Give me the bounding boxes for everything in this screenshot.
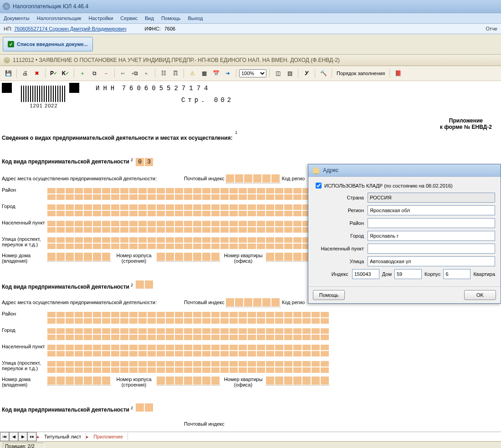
city-label: Город <box>2 204 47 216</box>
tab-nav: ⏮ ◀ ▶ ⏭ <box>0 432 37 441</box>
country-input <box>368 193 495 203</box>
street-field-label: Улица <box>314 259 368 264</box>
korpus-label: Номер корпуса (строения) <box>111 253 157 264</box>
footnote-2: 2 <box>131 158 133 162</box>
use-kladr-checkbox[interactable] <box>316 183 322 188</box>
doc-list-button[interactable]: ✓ Список введенных докуме... <box>3 37 93 51</box>
nav-next-icon[interactable]: ▶ <box>18 432 27 441</box>
region-label-2: Код регио <box>282 300 305 305</box>
np-label: НП: <box>4 26 12 31</box>
rayon-cells[interactable] <box>47 188 330 193</box>
tree-remove-icon[interactable]: ▫- <box>141 68 152 79</box>
appendix-label: Приложение к форме № ЕНВД-2 <box>440 117 492 130</box>
period-label: Отче <box>486 26 497 31</box>
validate-icon[interactable]: ⚠ <box>187 68 198 79</box>
postal-cells-2[interactable] <box>226 298 281 306</box>
k-check-icon[interactable]: K✓ <box>60 68 71 79</box>
check-icon: ✓ <box>8 41 14 47</box>
save-icon[interactable]: 💾 <box>3 68 14 79</box>
country-label: Страна <box>314 195 368 200</box>
fill-order-link[interactable]: Порядок заполнения <box>335 71 387 76</box>
struct2-icon[interactable]: ☶ <box>170 68 181 79</box>
hammer-icon[interactable]: 🔨 <box>318 68 329 79</box>
add-icon[interactable]: ＋ <box>77 68 88 79</box>
menu-service[interactable]: Сервис <box>120 15 138 21</box>
sheet-tabs: ⏮ ◀ ▶ ⏭ ▸ Титульный лист ▸ Приложение <box>0 432 501 441</box>
korpus-cells[interactable] <box>157 253 220 261</box>
postal-cells[interactable] <box>226 174 281 183</box>
footnote-1: 1 <box>235 130 237 135</box>
nav-last-icon[interactable]: ⏭ <box>27 432 36 441</box>
layout1-icon[interactable]: ◫ <box>272 68 283 79</box>
activity-code-cells-2[interactable] <box>136 280 154 289</box>
help-button[interactable]: Помощь <box>313 290 345 300</box>
activity-block-3: Код вида предпринимательской деятельност… <box>2 403 330 427</box>
print-icon[interactable]: 🖨 <box>20 68 31 79</box>
address-dialog: Адрес ИСПОЛЬЗОВАТЬ КЛАДР (по состоянию н… <box>308 164 501 304</box>
dialog-title: Адрес <box>323 167 338 173</box>
region-input[interactable] <box>368 205 495 215</box>
book-icon[interactable]: 📕 <box>393 68 404 79</box>
marker-tr <box>69 83 79 93</box>
barcode-bars <box>21 86 66 102</box>
menu-exit[interactable]: Выход <box>188 15 203 21</box>
menu-help[interactable]: Помощь <box>161 15 181 21</box>
p-check-icon[interactable]: P✓ <box>48 68 59 79</box>
copy-icon[interactable]: ⧉ <box>89 68 100 79</box>
index-field-label: Индекс <box>314 271 352 277</box>
footer: Позиция: 2/2 <box>0 441 501 448</box>
house-cells[interactable] <box>47 253 111 261</box>
region-label: Код регио <box>282 176 305 181</box>
zoom-select[interactable]: 100% <box>239 69 266 77</box>
calendar-icon[interactable]: 📅 <box>210 68 221 79</box>
settlement-input[interactable] <box>368 244 495 254</box>
struct1-icon[interactable]: ☷ <box>158 68 169 79</box>
tree-add-icon[interactable]: ▫+ <box>118 68 128 79</box>
menu-settings[interactable]: Настройки <box>88 15 113 21</box>
city-input[interactable] <box>368 231 495 241</box>
rayon-label: Район <box>2 187 47 200</box>
remove-icon[interactable]: － <box>101 68 112 79</box>
activity-code-label-2: Код вида предпринимательской деятельност… <box>2 284 129 290</box>
index-input[interactable] <box>352 269 379 279</box>
activity-code-cells[interactable]: 03 <box>136 158 154 166</box>
street-input[interactable] <box>368 256 495 266</box>
main-menu: Документы Налогоплательщик Настройки Сер… <box>0 13 501 24</box>
house-input[interactable] <box>394 269 422 279</box>
page-line: Стр. 002 <box>181 97 234 104</box>
menu-taxpayer[interactable]: Налогоплательщик <box>37 15 82 21</box>
export-icon[interactable]: ➜ <box>222 68 233 79</box>
delete-icon[interactable]: ✖ <box>31 68 42 79</box>
nav-first-icon[interactable]: ⏮ <box>0 432 9 441</box>
rayon-field-label: Район <box>314 220 368 226</box>
ok-button[interactable]: OK <box>464 290 496 300</box>
barcode: 1201 2022 <box>21 86 66 108</box>
city-cells[interactable] <box>47 204 330 210</box>
settlement-cells[interactable] <box>47 221 330 226</box>
postal-label-2: Почтовый индекс <box>184 300 225 305</box>
form-heading: Сведения о видах предпринимательской дея… <box>2 135 232 141</box>
grid-icon[interactable]: ▦ <box>199 68 210 79</box>
use-kladr-label: ИСПОЛЬЗОВАТЬ КЛАДР (по состоянию на 08.0… <box>324 183 453 188</box>
tab-appendix[interactable]: Приложение <box>89 433 128 440</box>
nav-prev-icon[interactable]: ◀ <box>9 432 18 441</box>
postal-label: Почтовый индекс <box>184 176 225 181</box>
tree-copy-icon[interactable]: ▫⧉ <box>129 68 140 79</box>
settlement-label: Населенный пункт <box>2 220 47 233</box>
rayon-input[interactable] <box>368 218 495 228</box>
address-label-2: Адрес места осуществления предпринимател… <box>2 300 184 305</box>
korpus-field-label: Корпус <box>424 271 440 277</box>
tab-title-page[interactable]: Титульный лист <box>40 433 86 440</box>
dialog-titlebar: Адрес <box>308 164 501 177</box>
korpus-input[interactable] <box>443 269 470 279</box>
doc-list-label: Список введенных докуме... <box>17 41 88 47</box>
layout2-icon[interactable]: ▤ <box>284 68 295 79</box>
menu-documents[interactable]: Документы <box>4 15 30 21</box>
barcode-number: 1201 2022 <box>21 103 66 108</box>
activity-code-label: Код вида предпринимательской деятельност… <box>2 158 129 165</box>
u-icon[interactable]: У <box>301 68 312 79</box>
street-label: Улица (проспект, переулок и т.д.) <box>2 236 47 249</box>
menu-view[interactable]: Вид <box>145 15 154 21</box>
np-link[interactable]: 760605527174 Сорокин Дмитрий Владимирови… <box>14 26 127 31</box>
street-cells[interactable] <box>47 237 330 243</box>
